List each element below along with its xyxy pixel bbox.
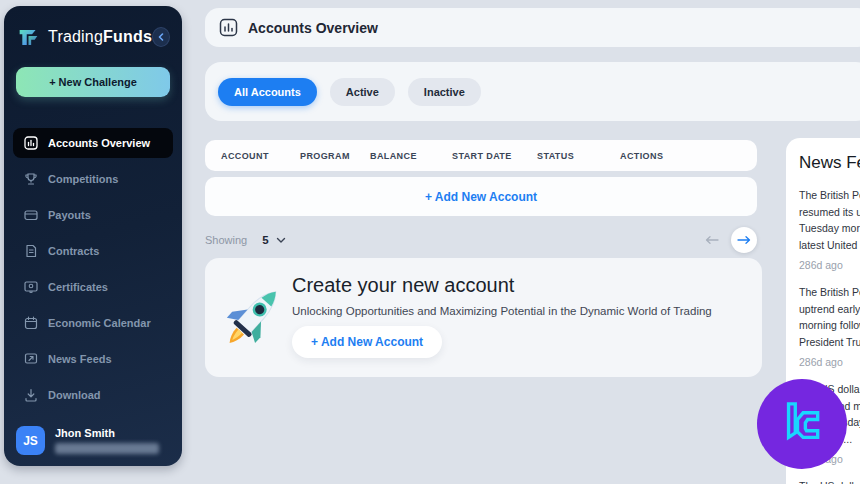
tab-active[interactable]: Active [330, 78, 395, 106]
sidebar-item-accounts-overview[interactable]: Accounts Overview [13, 128, 173, 158]
user-profile-row[interactable]: JS Jhon Smith [16, 426, 170, 455]
sidebar-item-label: Payouts [48, 209, 91, 221]
calendar-icon [24, 316, 38, 330]
cta-title: Create your new account [292, 274, 514, 297]
tradingfunds-logo-icon [17, 24, 40, 50]
sidebar-item-label: Certificates [48, 281, 108, 293]
sidebar-item-news-feeds[interactable]: News Feeds [13, 344, 173, 374]
news-panel-title: News Feeds [799, 153, 860, 173]
column-program: PROGRAM [300, 151, 370, 161]
wallet-card-icon [24, 208, 38, 222]
brand-name: TradingFunds [48, 28, 152, 46]
page-size-value: 5 [262, 234, 268, 246]
tab-all-accounts[interactable]: All Accounts [218, 78, 317, 106]
sidebar-item-contracts[interactable]: Contracts [13, 236, 173, 266]
sidebar-item-download[interactable]: Download [13, 380, 173, 410]
news-text-line: uptrend early on [799, 301, 860, 318]
sidebar-item-label: Competitions [48, 173, 118, 185]
sidebar-item-payouts[interactable]: Payouts [13, 200, 173, 230]
accounts-overview-icon [219, 18, 238, 37]
arrow-right-icon [737, 235, 751, 245]
sidebar-item-economic-calendar[interactable]: Economic Calendar [13, 308, 173, 338]
news-text-line: The British Pound [799, 187, 860, 204]
pagination-bar: Showing 5 [205, 227, 757, 253]
news-text-line: resumed its uptrend [799, 204, 860, 221]
chevron-left-icon [157, 33, 165, 41]
add-new-account-row[interactable]: + Add New Account [205, 177, 757, 216]
accounts-table-header: ACCOUNT PROGRAM BALANCE START DATE STATU… [205, 140, 757, 171]
sidebar-item-certificates[interactable]: Certificates [13, 272, 173, 302]
account-filter-tabs: All Accounts Active Inactive [205, 62, 860, 121]
sidebar-item-competitions[interactable]: Competitions [13, 164, 173, 194]
new-challenge-button[interactable]: + New Challenge [16, 67, 170, 97]
news-item: The US dollar weakened against most majo… [799, 478, 860, 484]
sidebar-item-label: Accounts Overview [48, 137, 150, 149]
app-window: TradingFunds + New Challenge Accounts Ov… [0, 0, 860, 484]
news-item: The British Pound resumed its uptrend Tu… [799, 187, 860, 271]
previous-page-button[interactable] [705, 235, 719, 245]
user-email-blurred [55, 443, 159, 454]
sidebar-item-label: Download [48, 389, 101, 401]
column-start-date: START DATE [452, 151, 537, 161]
chevron-down-icon [276, 237, 286, 244]
news-text-line: latest United States [799, 237, 860, 254]
news-icon [24, 352, 38, 366]
arrow-left-icon [705, 235, 719, 245]
column-status: STATUS [537, 151, 620, 161]
news-text-line: The British Pound [799, 284, 860, 301]
news-timestamp: 286d ago [799, 356, 860, 368]
download-icon [24, 388, 38, 402]
column-actions: ACTIONS [620, 151, 757, 161]
news-timestamp: 286d ago [799, 259, 860, 271]
brand-header: TradingFunds [4, 6, 182, 50]
watermark-glyph-icon [774, 396, 830, 452]
sidebar-item-label: Contracts [48, 245, 99, 257]
page-size-dropdown[interactable]: 5 [262, 234, 285, 246]
user-name: Jhon Smith [55, 427, 159, 439]
document-icon [24, 244, 38, 258]
column-account: ACCOUNT [221, 151, 300, 161]
news-text-line: morning following [799, 317, 860, 334]
watermark-logo-badge [757, 379, 847, 469]
sidebar-collapse-button[interactable] [152, 27, 170, 47]
sidebar: TradingFunds + New Challenge Accounts Ov… [4, 6, 182, 466]
bar-chart-icon [24, 136, 38, 150]
news-text-line: Tuesday morning [799, 220, 860, 237]
page-title: Accounts Overview [248, 20, 378, 36]
certificate-icon [24, 280, 38, 294]
trophy-icon [24, 172, 38, 186]
news-text-line: The US dollar weakened [799, 478, 860, 484]
sidebar-item-label: Economic Calendar [48, 317, 151, 329]
next-page-button[interactable] [731, 227, 757, 253]
add-new-account-button[interactable]: + Add New Account [292, 326, 442, 358]
showing-label: Showing [205, 234, 247, 246]
sidebar-item-label: News Feeds [48, 353, 112, 365]
tab-inactive[interactable]: Inactive [408, 78, 481, 106]
rocket-illustration [222, 279, 284, 355]
create-account-card: Create your new account Unlocking Opport… [205, 258, 762, 377]
pager [705, 227, 757, 253]
sidebar-nav: Accounts Overview Competitions Payouts [4, 128, 182, 410]
column-balance: BALANCE [370, 151, 452, 161]
page-header: Accounts Overview [205, 8, 860, 47]
user-avatar: JS [16, 426, 45, 455]
news-item: The British Pound uptrend early on morni… [799, 284, 860, 368]
cta-subtitle: Unlocking Opportunities and Maximizing P… [292, 305, 712, 317]
news-text-line: President Tru... [799, 334, 860, 351]
